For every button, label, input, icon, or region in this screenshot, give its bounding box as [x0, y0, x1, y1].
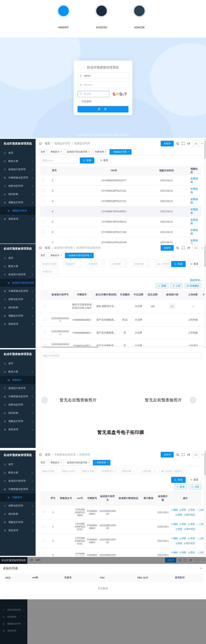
scrollbar[interactable]: ▲ ▼ [204, 244, 206, 348]
row-checkbox[interactable] [43, 553, 45, 556]
filter-audit-result[interactable]: 审核结果∨ [132, 261, 150, 267]
filter-verify-result[interactable]: 校验结果∨ [120, 468, 136, 474]
upload-link[interactable]: ＋上传 [197, 551, 203, 554]
add-button[interactable]: ＋新增 [174, 484, 187, 490]
select-all-checkbox[interactable] [42, 169, 44, 172]
row-checkbox[interactable] [42, 230, 44, 233]
sidebar-subitem-check-photo[interactable]: ▤ 查验照片 [0, 376, 36, 384]
font-size-icon[interactable]: TT [187, 453, 190, 456]
photo-thumbnail-icon[interactable] [169, 303, 175, 309]
sidebar-item-data-screen[interactable]: ⊡ 数据大屏 ∧ [0, 368, 36, 376]
compare-link[interactable]: ◎图片对比 [184, 528, 195, 530]
edit-link[interactable]: ✎编辑 [171, 551, 178, 554]
horizontal-scrollbar[interactable] [36, 346, 204, 348]
sidebar-item-std-photo-group[interactable]: ✎ 标准照片组管理 ∨ [0, 384, 36, 392]
close-icon[interactable]: × [105, 150, 106, 153]
view-video-link[interactable]: 查看视频 [191, 177, 198, 183]
new-button[interactable]: ＋新建 [156, 283, 168, 288]
query-link[interactable]: ◎查询 [188, 551, 195, 554]
remember-checkbox[interactable] [78, 100, 80, 103]
upload-link[interactable]: ＋上传 [197, 537, 203, 540]
sidebar-subitem-list-mgmt[interactable]: ⊞ 列表管理 [0, 493, 36, 502]
tab-list-mgmt[interactable]: ●列表管理× [93, 460, 110, 465]
sidebar-item-data-screen[interactable]: ⊡ 数据大屏 ∨ [0, 157, 36, 165]
sidebar-item-system[interactable]: ⚙ 系统管理 ∨ [0, 215, 36, 223]
query-link[interactable]: ◎查询 [188, 537, 195, 540]
row-checkbox[interactable] [42, 210, 44, 212]
sidebar-subitem-photo-group-detail[interactable]: ⊞ 标准照片组信息详情 [0, 279, 36, 287]
row-checkbox[interactable] [42, 241, 44, 244]
edit-link[interactable]: ✎编辑 [171, 523, 178, 526]
close-icon[interactable]: × [90, 254, 92, 257]
sidebar-item-video-monitor[interactable]: ≣ 视频监控管理 ∨ [0, 417, 36, 426]
compare-link[interactable]: ◎图片对比 [184, 542, 195, 544]
view-link[interactable]: ◎查看 [179, 537, 186, 540]
filter-body-color[interactable]: 车身颜色∨ [86, 261, 104, 267]
view-video-link[interactable]: 查看视频 [191, 208, 198, 214]
upload-link[interactable]: ＋上传 [197, 523, 203, 526]
scrollbar[interactable]: ▲ ▼ [204, 450, 206, 556]
filter-photo-group-no[interactable]: 标准照片组序 [40, 261, 58, 267]
close-icon[interactable]: × [61, 150, 62, 153]
row-checkbox[interactable] [44, 305, 46, 307]
sidebar-item-data-screen[interactable]: ⊡ 数据大屏 ∨ [0, 468, 36, 477]
filter-upload-result[interactable]: 上传结果∨ [109, 261, 127, 267]
take-photo-link[interactable]: ◎拍照 [176, 528, 182, 530]
upload-link[interactable]: ＋上传 [197, 508, 203, 511]
close-icon[interactable]: × [88, 461, 90, 464]
avatar[interactable] [193, 244, 199, 251]
edit-link[interactable]: ✎编辑 [171, 508, 178, 511]
untraced-button[interactable]: 未拓印 [161, 452, 174, 458]
sidebar-item-std-photo-group[interactable]: ✎ 标准照片组管理 ∨ [0, 477, 36, 485]
sidebar-item-org[interactable]: ⋔ 组织机构 ∨ [0, 304, 36, 312]
row-checkbox[interactable] [44, 331, 46, 334]
view-video-link[interactable]: 查看视频 [191, 198, 198, 204]
filter-check-no[interactable]: 请输入查验 [40, 468, 57, 474]
chevron-down-icon[interactable]: ▾ [202, 247, 203, 249]
tab-photo-group-detail[interactable]: 标准照片组信息详情× [65, 460, 92, 465]
sidebar-item-sales[interactable]: ≡ 销售信息管理 ∨ [0, 502, 36, 510]
view-video-link[interactable]: 查看视频 [191, 188, 198, 194]
view-video-link[interactable]: 查看视频 [191, 239, 198, 244]
view-video-link[interactable]: 查看视频 [191, 218, 198, 224]
reset-button[interactable]: ↻重置 [97, 158, 111, 164]
password-field[interactable]: •••••••• [78, 82, 128, 88]
untraced-button[interactable]: 未拓印 [161, 141, 174, 146]
row-checkbox[interactable] [42, 200, 44, 202]
sidebar-item-home[interactable]: ◷ 首页 [0, 359, 36, 368]
captcha-image[interactable]: 6✕9=? [111, 92, 128, 96]
tab-photo-group-detail[interactable]: 标准照片组信息详情× [65, 149, 92, 154]
sidebar-item-system[interactable]: ⚙ 系统管理 ∨ [0, 320, 36, 328]
carousel-prev-button[interactable]: ‹ [41, 397, 48, 404]
select-all-checkbox[interactable] [44, 293, 46, 296]
tab-home[interactable]: 首页 [39, 460, 47, 465]
edit-link[interactable]: ✎编辑 [171, 537, 178, 540]
search-icon[interactable] [176, 246, 179, 250]
sidebar-item-video-monitor[interactable]: ≣ 视频监控管理 ∨ [0, 312, 36, 320]
row-checkbox[interactable] [42, 179, 44, 182]
select-all-checkbox[interactable] [43, 496, 45, 499]
filter-upload-time[interactable]: ▦上传时间 [155, 261, 173, 267]
vin-search-input[interactable]: 请输入vin [40, 158, 77, 164]
kanr-search-input[interactable]: 请输入KANR码 [40, 353, 201, 359]
sidebar-item-vehicle-check[interactable]: ⊞ 车辆查验信息管理 ∨ [0, 174, 36, 182]
tab-check-photo[interactable]: 查验照片× [48, 253, 64, 258]
avatar[interactable] [193, 140, 199, 147]
sidebar-item-data-screen[interactable]: ⊡ 数据大屏 ∨ [0, 262, 36, 270]
breadcrumb-home[interactable]: 首页 [45, 142, 50, 145]
sidebar-item-home[interactable]: ◷ 首页 [0, 460, 36, 468]
sidebar-item-system[interactable]: ⚙ 系统管理 ∨ [0, 526, 36, 534]
sidebar-item-org[interactable]: ⋔ 组织机构 ∨ [0, 190, 36, 198]
view-link[interactable]: ◎查看 [179, 508, 186, 511]
sidebar-item-system[interactable]: ⚙ 系统管理 ∨ [0, 426, 36, 434]
row-checkbox[interactable] [43, 539, 45, 542]
username-field[interactable]: admin [78, 72, 128, 79]
search-icon[interactable] [176, 453, 179, 456]
font-size-icon[interactable]: TT [187, 246, 190, 250]
filter-vehicle-model[interactable]: 车辆型号 [63, 261, 81, 267]
close-icon[interactable]: × [61, 461, 62, 464]
close-icon[interactable]: × [61, 254, 62, 257]
view-video-link[interactable]: 查看视频 [191, 229, 198, 235]
sidebar-item-org[interactable]: ⋔ 组织机构 ∨ [0, 409, 36, 417]
font-size-icon[interactable]: TT [187, 142, 190, 145]
